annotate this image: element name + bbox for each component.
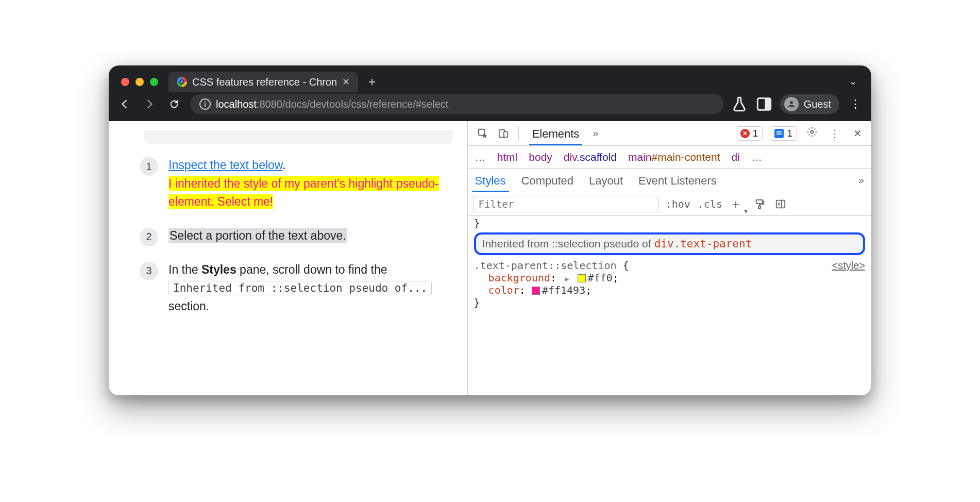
errors-badge[interactable]: ✕ 1: [736, 126, 763, 141]
instruction-step: Inspect the text below. I inherited the …: [140, 156, 453, 211]
window-zoom-button[interactable]: [150, 78, 158, 86]
side-panel-icon[interactable]: [755, 95, 773, 113]
css-brace: }: [474, 296, 865, 309]
color-swatch-icon[interactable]: [532, 287, 540, 295]
nav-forward-button[interactable]: [141, 95, 158, 113]
css-selector: .text-parent::selection: [474, 259, 617, 272]
toggle-sidebar-icon[interactable]: [774, 197, 787, 211]
device-toolbar-icon[interactable]: [495, 125, 512, 142]
profile-label: Guest: [804, 98, 831, 110]
page-decorative-bar: [144, 130, 453, 144]
svg-rect-7: [756, 199, 763, 203]
tab-title: CSS features reference - Chron: [192, 76, 337, 88]
cls-toggle[interactable]: .cls: [698, 198, 722, 210]
css-value: #ff1493: [542, 284, 585, 296]
rule-source-link[interactable]: <style>: [832, 260, 865, 272]
devtools-status-badges: ✕ 1 1 ⋮ ✕: [736, 126, 865, 141]
tab-overflow-button[interactable]: ⌄: [849, 76, 864, 92]
messages-count: 1: [787, 128, 792, 139]
labs-icon[interactable]: [731, 95, 748, 113]
breadcrumb-ellipsis[interactable]: …: [475, 151, 486, 163]
color-swatch-icon[interactable]: [578, 274, 586, 282]
breadcrumb-ellipsis[interactable]: …: [751, 151, 762, 163]
subtab-layout[interactable]: Layout: [589, 169, 623, 192]
breadcrumb-item[interactable]: body: [529, 151, 552, 163]
paint-icon[interactable]: [753, 197, 767, 211]
text: section.: [168, 299, 209, 313]
svg-point-2: [790, 101, 793, 104]
styles-subtabs: Styles Computed Layout Event Listeners »: [468, 169, 871, 192]
tab-strip: CSS features reference - Chron ✕ ＋ ⌄: [109, 65, 871, 92]
expand-icon[interactable]: ▶: [563, 275, 571, 283]
hov-toggle[interactable]: :hov: [666, 198, 690, 210]
browser-chrome: CSS features reference - Chron ✕ ＋ ⌄: [109, 65, 871, 121]
address-bar[interactable]: i localhost:8080/docs/devtools/css/refer…: [190, 94, 723, 114]
new-tab-button[interactable]: ＋: [363, 73, 381, 90]
devtools-close-icon[interactable]: ✕: [850, 127, 865, 140]
panel-tab-elements[interactable]: Elements: [525, 122, 587, 145]
tab-close-icon[interactable]: ✕: [342, 76, 350, 88]
rendered-page: Inspect the text below. I inherited the …: [109, 121, 467, 395]
subtab-overflow-icon[interactable]: »: [858, 174, 864, 186]
breadcrumb-item[interactable]: main#main-content: [628, 151, 720, 163]
profile-chip[interactable]: Guest: [780, 94, 839, 114]
styles-word: Styles: [201, 263, 236, 276]
instruction-list: Inspect the text below. I inherited the …: [140, 156, 453, 315]
browser-toolbar: i localhost:8080/docs/devtools/css/refer…: [109, 92, 871, 121]
inherited-section-header[interactable]: Inherited from ::selection pseudo of div…: [474, 232, 865, 255]
browser-menu-button[interactable]: ⋮: [847, 97, 864, 111]
svg-point-6: [810, 130, 814, 133]
devtools-menu-icon[interactable]: ⋮: [827, 127, 842, 140]
svg-rect-5: [504, 131, 508, 137]
text: In the: [168, 263, 201, 276]
devtools-toolbar: Elements » ✕ 1 1: [468, 121, 871, 146]
nav-back-button[interactable]: [116, 95, 133, 113]
dom-breadcrumb[interactable]: … html body div.scaffold main#main-conte…: [468, 146, 871, 169]
css-value: #ff0: [588, 272, 613, 284]
inline-code: Inherited from ::selection pseudo of...: [168, 281, 432, 295]
styles-filter-bar: :hov .cls ＋: [468, 192, 871, 216]
text: .: [282, 158, 285, 172]
url-path: :8080/docs/devtools/css/reference/#selec…: [257, 98, 448, 110]
errors-count: 1: [753, 128, 758, 139]
instruction-step: In the Styles pane, scroll down to find …: [140, 261, 453, 316]
inspect-link[interactable]: Inspect the text below: [168, 158, 282, 172]
inherited-label: Inherited from ::selection pseudo of: [482, 238, 651, 250]
separator: [518, 126, 519, 141]
css-declaration[interactable]: background: ▶ #ff0;: [474, 272, 865, 284]
nav-reload-button[interactable]: [165, 95, 183, 113]
panel-overflow-icon[interactable]: »: [589, 127, 601, 139]
css-fragment: }: [474, 217, 865, 229]
subtab-styles[interactable]: Styles: [475, 169, 506, 192]
css-rule-header[interactable]: .text-parent::selection { <style>: [474, 259, 865, 272]
url-host: localhost: [216, 98, 257, 110]
text: pane, scroll down to find the: [236, 263, 387, 276]
window-minimize-button[interactable]: [136, 78, 144, 86]
browser-window: CSS features reference - Chron ✕ ＋ ⌄: [109, 65, 871, 395]
css-property: color: [488, 284, 519, 296]
browser-tab[interactable]: CSS features reference - Chron ✕: [168, 72, 358, 92]
css-declaration[interactable]: color: #ff1493;: [474, 284, 865, 296]
window-close-button[interactable]: [121, 78, 129, 86]
css-brace: {: [617, 259, 629, 272]
breadcrumb-item[interactable]: div.scaffold: [564, 151, 617, 163]
messages-badge[interactable]: 1: [770, 126, 797, 141]
highlighted-sample-text[interactable]: I inherited the style of my parent's hig…: [168, 176, 439, 209]
svg-rect-8: [758, 206, 761, 208]
error-icon: ✕: [740, 129, 750, 138]
breadcrumb-item[interactable]: html: [497, 151, 518, 163]
message-icon: [774, 129, 784, 138]
subtab-computed[interactable]: Computed: [521, 169, 574, 192]
step-2-text: Select a portion of the text above.: [168, 228, 347, 243]
inspect-element-icon[interactable]: [474, 125, 492, 142]
styles-filter-input[interactable]: [473, 196, 658, 212]
window-controls: [116, 78, 163, 92]
avatar-icon: [784, 97, 799, 111]
styles-pane[interactable]: } Inherited from ::selection pseudo of d…: [468, 216, 871, 395]
new-style-rule-button[interactable]: ＋: [730, 196, 746, 212]
devtools-settings-icon[interactable]: [804, 126, 820, 140]
site-info-icon[interactable]: i: [199, 98, 211, 110]
subtab-event-listeners[interactable]: Event Listeners: [638, 169, 717, 192]
breadcrumb-item[interactable]: di: [732, 151, 740, 163]
css-property: background: [488, 272, 550, 284]
